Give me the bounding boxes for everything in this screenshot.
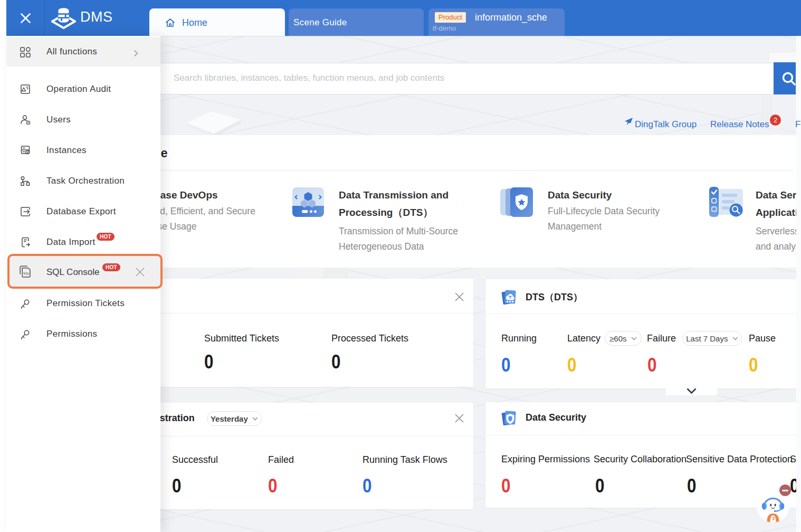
svg-text:SQL: SQL bbox=[23, 272, 30, 275]
